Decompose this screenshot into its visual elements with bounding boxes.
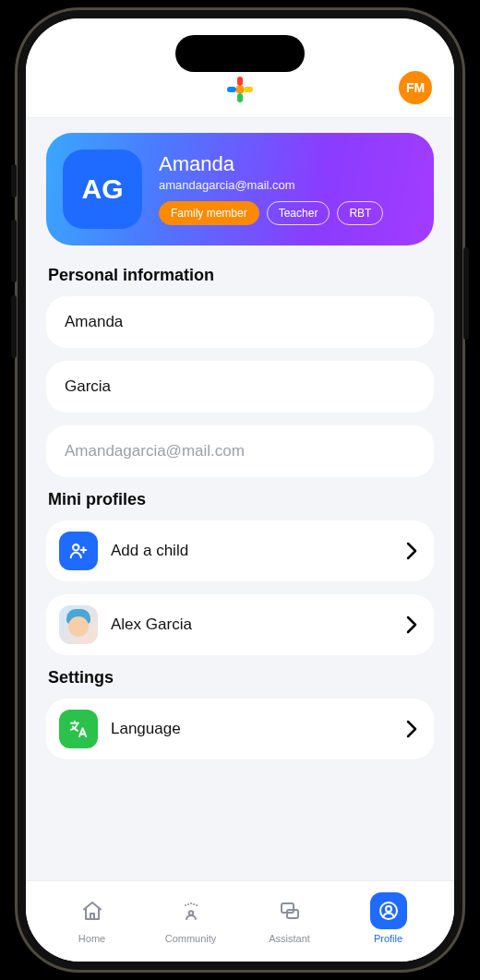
svg-rect-3 bbox=[244, 87, 253, 92]
last-name-field[interactable]: Garcia bbox=[46, 361, 434, 412]
side-button bbox=[11, 220, 17, 282]
role-chip-rbt[interactable]: RBT bbox=[337, 201, 383, 225]
profile-hero-info: Amanda amandagarcia@mail.com Family memb… bbox=[159, 153, 417, 224]
svg-rect-1 bbox=[237, 93, 243, 102]
content: AG Amanda amandagarcia@mail.com Family m… bbox=[26, 118, 454, 880]
community-icon bbox=[173, 892, 210, 929]
translate-icon bbox=[59, 710, 98, 748]
chevron-right-icon bbox=[406, 615, 417, 634]
phone-frame: FM AG Amanda amandagarcia@mail.com Famil… bbox=[15, 7, 465, 973]
section-title-mini-profiles: Mini profiles bbox=[48, 490, 432, 509]
bottom-tab-bar: Home Community bbox=[26, 880, 454, 962]
tab-profile[interactable]: Profile bbox=[351, 892, 426, 944]
profile-hero-card: AG Amanda amandagarcia@mail.com Family m… bbox=[46, 133, 434, 245]
section-title-personal: Personal information bbox=[48, 266, 432, 285]
child-profile-row[interactable]: Alex Garcia bbox=[46, 594, 434, 655]
svg-point-12 bbox=[187, 903, 189, 905]
svg-point-5 bbox=[73, 544, 78, 550]
svg-rect-0 bbox=[237, 77, 243, 86]
screen: FM AG Amanda amandagarcia@mail.com Famil… bbox=[26, 18, 454, 962]
profile-name: Amanda bbox=[159, 153, 417, 175]
svg-point-10 bbox=[190, 902, 192, 904]
svg-rect-4 bbox=[236, 86, 244, 93]
tab-community[interactable]: Community bbox=[153, 892, 229, 944]
svg-point-9 bbox=[185, 904, 186, 906]
svg-rect-2 bbox=[227, 87, 236, 92]
add-child-row[interactable]: Add a child bbox=[46, 520, 434, 581]
chevron-right-icon bbox=[406, 720, 417, 738]
role-chip-family-member[interactable]: Family member bbox=[159, 201, 259, 225]
chevron-right-icon bbox=[406, 542, 417, 560]
tab-assistant-label: Assistant bbox=[269, 933, 310, 944]
assistant-icon bbox=[271, 892, 308, 929]
tab-home[interactable]: Home bbox=[54, 892, 130, 944]
language-row[interactable]: Language bbox=[46, 699, 434, 759]
side-button bbox=[463, 247, 469, 340]
add-child-label: Add a child bbox=[111, 542, 393, 560]
app-logo-icon bbox=[225, 75, 255, 104]
add-person-icon bbox=[59, 532, 98, 570]
first-name-field[interactable]: Amanda bbox=[46, 296, 434, 348]
email-field[interactable]: Amandagarcia@mail.com bbox=[46, 425, 434, 477]
child-avatar bbox=[59, 605, 98, 644]
svg-point-17 bbox=[386, 906, 391, 912]
tab-home-label: Home bbox=[78, 933, 105, 944]
tab-community-label: Community bbox=[165, 933, 217, 944]
role-chip-teacher[interactable]: Teacher bbox=[267, 201, 330, 225]
tab-assistant[interactable]: Assistant bbox=[252, 892, 328, 944]
side-button bbox=[11, 295, 17, 358]
svg-point-13 bbox=[193, 903, 195, 905]
top-user-avatar[interactable]: FM bbox=[399, 71, 432, 104]
profile-icon bbox=[370, 892, 407, 929]
svg-point-11 bbox=[196, 904, 198, 906]
profile-email: amandagarcia@mail.com bbox=[159, 178, 417, 192]
side-button bbox=[11, 164, 17, 197]
language-label: Language bbox=[111, 720, 393, 738]
child-name-label: Alex Garcia bbox=[111, 615, 393, 634]
tab-profile-label: Profile bbox=[374, 933, 402, 944]
home-icon bbox=[74, 892, 111, 929]
role-chip-group: Family member Teacher RBT bbox=[159, 201, 417, 225]
section-title-settings: Settings bbox=[48, 668, 432, 687]
dynamic-island bbox=[175, 35, 305, 72]
profile-initials-avatar: AG bbox=[63, 149, 142, 229]
